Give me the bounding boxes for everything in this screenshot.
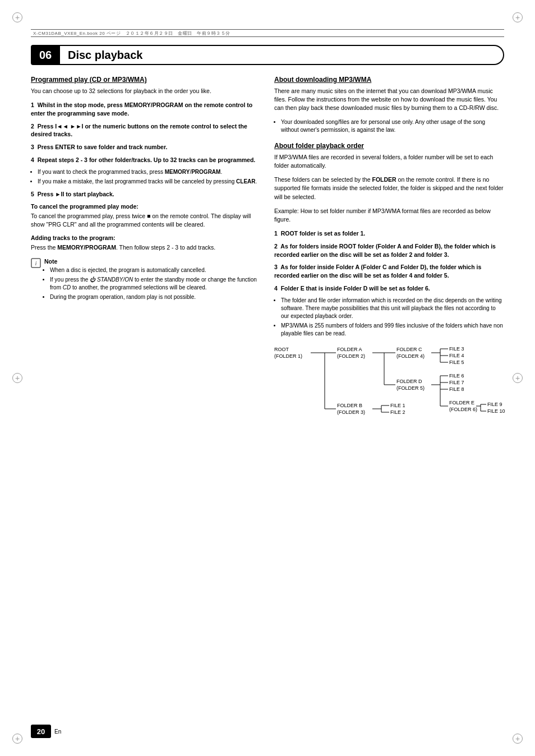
svg-text:(FOLDER 6): (FOLDER 6) — [449, 407, 477, 412]
reg-mark-tl — [12, 12, 22, 22]
chapter-number: 06 — [31, 45, 60, 65]
svg-text:FILE 3: FILE 3 — [449, 346, 464, 352]
step-5-text: 5 Press ►II to start playback. — [31, 191, 114, 197]
note-bullets: When a disc is ejected, the program is a… — [50, 266, 261, 301]
folder-step-4-text: Folder E that is inside Folder D will be… — [281, 285, 430, 292]
svg-text:(FOLDER 5): (FOLDER 5) — [396, 385, 425, 391]
step-1: 1 Whilst in the stop mode, press MEMORY/… — [31, 101, 261, 117]
note-label: Note — [44, 258, 261, 265]
adding-body: Press the MEMORY/PROGRAM. Then follow st… — [31, 243, 261, 252]
svg-text:ROOT: ROOT — [274, 347, 289, 352]
page-number-area: 20 En — [31, 725, 61, 738]
folder-step-4: 4 Folder E that is inside Folder D will … — [274, 284, 504, 293]
note-box: i Note When a disc is ejected, the progr… — [31, 258, 261, 306]
svg-text:(FOLDER 4): (FOLDER 4) — [396, 353, 425, 359]
step-3-text: 3 Press ENTER to save folder and track n… — [31, 144, 167, 150]
header-text: X-CM31DAB_VXE8_En.book 20 ページ ２０１２年６月２９日… — [33, 30, 230, 36]
reg-mark-ml — [12, 373, 22, 383]
folder-order-body2: These folders can be selected by the FOL… — [274, 176, 504, 201]
downloading-body: There are many music sites on the intern… — [274, 87, 504, 113]
step-2: 2 Press I◄◄ ►►I or the numeric buttons o… — [31, 122, 261, 139]
step-4: 4 Repeat steps 2 - 3 for other folder/tr… — [31, 156, 261, 164]
step-1-text: 1 Whilst in the stop mode, press MEMORY/… — [31, 102, 252, 117]
note-icon: i — [31, 258, 41, 268]
svg-text:FILE 2: FILE 2 — [390, 409, 405, 415]
svg-text:FOLDER D: FOLDER D — [396, 379, 422, 384]
folder-order-body3: Example: How to set folder number if MP3… — [274, 207, 504, 224]
note-bullet-1: When a disc is ejected, the program is a… — [50, 266, 261, 274]
note-bullet-3: During the program operation, random pla… — [50, 293, 261, 301]
programmed-play-heading: Programmed play (CD or MP3/WMA) — [31, 76, 261, 84]
svg-text:FILE 8: FILE 8 — [449, 386, 464, 392]
downloading-heading: About downloading MP3/WMA — [274, 76, 504, 84]
cancel-body: To cancel the programmed play, press twi… — [31, 212, 261, 229]
note-content: Note When a disc is ejected, the program… — [44, 258, 261, 306]
step-5: 5 Press ►II to start playback. — [31, 190, 261, 199]
page-lang: En — [54, 729, 61, 735]
adding-heading: Adding tracks to the program: — [31, 234, 261, 241]
step-3: 3 Press ENTER to save folder and track n… — [31, 143, 261, 151]
step-4-bullet-2: If you make a mistake, the last programm… — [38, 178, 261, 186]
folder-step-2: 2 As for folders inside ROOT folder (Fol… — [274, 242, 504, 259]
svg-text:FILE 1: FILE 1 — [390, 403, 405, 408]
right-column: About downloading MP3/WMA There are many… — [274, 76, 504, 711]
folder-step-2-text: As for folders inside ROOT folder (Folde… — [274, 243, 496, 258]
svg-text:FOLDER C: FOLDER C — [396, 347, 422, 352]
svg-text:FILE 7: FILE 7 — [449, 380, 464, 385]
svg-text:FOLDER A: FOLDER A — [337, 347, 362, 352]
svg-text:FOLDER E: FOLDER E — [449, 400, 474, 405]
note-icon-svg: i — [31, 258, 41, 268]
downloading-bullet-1: Your downloaded song/files are for perso… — [281, 118, 504, 134]
folder-order-heading: About folder playback order — [274, 142, 504, 150]
svg-text:FILE 10: FILE 10 — [487, 408, 505, 414]
svg-text:FILE 5: FILE 5 — [449, 359, 464, 365]
folder-step-1: 1 ROOT folder is set as folder 1. — [274, 229, 504, 238]
svg-text:(FOLDER 2): (FOLDER 2) — [337, 353, 365, 359]
folder-bullet-1: The folder and file order information wh… — [281, 297, 504, 320]
left-column: Programmed play (CD or MP3/WMA) You can … — [31, 76, 261, 711]
step-4-text: 4 Repeat steps 2 - 3 for other folder/tr… — [31, 156, 255, 163]
page-number-box: 20 — [31, 725, 51, 738]
folder-step-3-text: As for folder inside Folder A (Folder C … — [274, 264, 481, 279]
svg-text:(FOLDER 1): (FOLDER 1) — [274, 353, 302, 359]
programmed-play-intro: You can choose up to 32 selections for p… — [31, 87, 261, 95]
chapter-title-box: Disc playback — [60, 45, 504, 65]
folder-bullets: The folder and file order information wh… — [281, 297, 504, 338]
page: X-CM31DAB_VXE8_En.book 20 ページ ２０１２年６月２９日… — [0, 0, 535, 756]
folder-step-3: 3 As for folder inside Folder A (Folder … — [274, 263, 504, 279]
svg-text:FOLDER B: FOLDER B — [337, 403, 362, 408]
svg-text:FILE 9: FILE 9 — [487, 402, 502, 407]
folder-tree: ROOT (FOLDER 1) FOLDER A (FOLDER 2) — [274, 344, 504, 443]
step-2-text: 2 Press I◄◄ ►►I or the numeric buttons o… — [31, 123, 247, 138]
reg-mark-mr — [513, 373, 523, 383]
folder-bullet-2: MP3/WMA is 255 numbers of folders and 99… — [281, 322, 504, 338]
reg-mark-br — [513, 734, 523, 744]
folder-order-body1: If MP3/WMA files are recorded in several… — [274, 153, 504, 170]
svg-text:FILE 4: FILE 4 — [449, 353, 464, 358]
note-bullet-2: If you press the ⏻ STANDBY/ON to enter t… — [50, 276, 261, 292]
step-4-bullets: If you want to check the programmed trac… — [38, 168, 261, 186]
chapter-title: Disc playback — [68, 49, 142, 62]
svg-text:i: i — [35, 260, 36, 266]
folder-tree-svg: ROOT (FOLDER 1) FOLDER A (FOLDER 2) — [274, 344, 493, 440]
downloading-bullets: Your downloaded song/files are for perso… — [281, 118, 504, 134]
chapter-header: 06 Disc playback — [31, 45, 504, 65]
reg-mark-bl — [12, 734, 22, 744]
step-4-bullet-1: If you want to check the programmed trac… — [38, 168, 261, 176]
cancel-heading: To cancel the programmed play mode: — [31, 203, 261, 210]
folder-step-1-text: ROOT folder is set as folder 1. — [281, 230, 366, 237]
svg-text:FILE 6: FILE 6 — [449, 373, 464, 379]
content-area: Programmed play (CD or MP3/WMA) You can … — [31, 76, 504, 711]
header-bar: X-CM31DAB_VXE8_En.book 20 ページ ２０１２年６月２９日… — [31, 29, 504, 37]
reg-mark-tr — [513, 12, 523, 22]
svg-text:(FOLDER 3): (FOLDER 3) — [337, 409, 365, 415]
